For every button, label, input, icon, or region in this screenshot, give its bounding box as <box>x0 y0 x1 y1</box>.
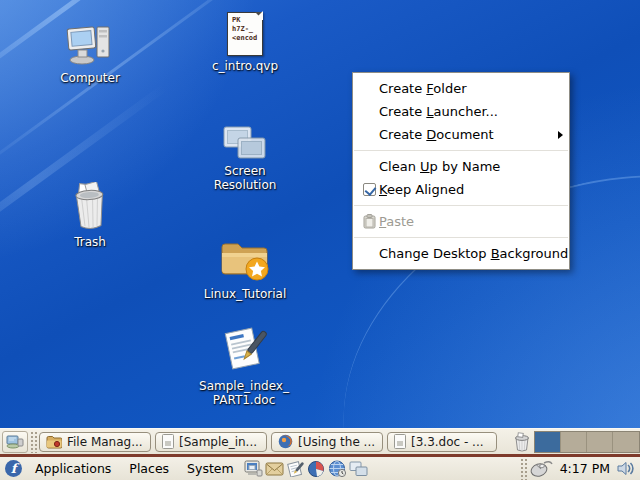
menu-item-change-desktop-background[interactable]: Change Desktop Background <box>353 242 569 265</box>
desktop-icon-linux-tutorial[interactable]: Linux_Tutorial <box>196 238 294 301</box>
menu-item-label: Keep Aligned <box>379 182 464 197</box>
desktop-icon-sample-index-doc[interactable]: Sample_index_PART1.doc <box>188 326 300 407</box>
workspace-cell-active[interactable] <box>535 432 561 452</box>
windows-launcher-icon[interactable] <box>348 459 369 479</box>
label-pre: Create <box>379 104 426 119</box>
label-line1: Sample_index_ <box>199 379 289 393</box>
taskbar-window-browser[interactable]: [Using the ... <box>271 432 383 452</box>
label-post: auncher... <box>434 104 498 119</box>
taskbar-window-file-manager[interactable]: File Manag... <box>39 432 151 452</box>
trash-applet[interactable] <box>511 432 532 452</box>
writer-launcher-icon[interactable] <box>285 459 306 479</box>
screenshot-launcher-icon[interactable] <box>243 459 264 479</box>
clock-applet[interactable]: 4:17 PM <box>560 461 610 476</box>
label-pre: Change Desktop <box>379 246 491 261</box>
folder-icon <box>46 435 62 449</box>
label-accel: D <box>426 127 436 142</box>
applications-menu[interactable]: Applications <box>26 457 120 480</box>
clipboard-icon <box>360 214 379 229</box>
menu-item-label: Create Folder <box>379 81 467 96</box>
menu-item-label: Paste <box>379 214 414 229</box>
label-pre: Create <box>379 127 426 142</box>
label-post: older <box>433 81 466 96</box>
desktop-context-menu: Create Folder Create Launcher... Create … <box>352 72 570 270</box>
desktop-icon-label: Trash <box>74 235 106 249</box>
taskbar-window-label: [3.3.doc - ... <box>411 435 484 449</box>
menu-item-create-document[interactable]: Create Document <box>353 123 569 146</box>
desktop-icon-label: c_intro.qvp <box>212 59 278 73</box>
system-menu[interactable]: System <box>178 457 243 480</box>
menu-item-label: Clean Up by Name <box>379 159 500 174</box>
workspace-cell[interactable] <box>587 432 613 452</box>
document-pen-icon <box>220 326 268 376</box>
label-line2: PART1.doc <box>213 393 275 407</box>
desktop-icon-computer[interactable]: Computer <box>48 22 132 85</box>
desktop-icon-label: Sample_index_PART1.doc <box>199 379 289 407</box>
label-pre: Create <box>379 81 426 96</box>
workspace-cell[interactable] <box>613 432 639 452</box>
desktop-icon-trash[interactable]: Trash <box>50 182 130 249</box>
taskbar-window-label: [Using the ... <box>298 435 375 449</box>
dual-screens-icon <box>223 126 267 161</box>
firefox-icon <box>278 434 293 449</box>
label-accel: U <box>420 159 430 174</box>
desktop-background[interactable]: Computer PK h7Z-_ <encod c_intro.qvp <box>0 0 640 428</box>
menu-item-label: Create Document <box>379 127 494 142</box>
label-post: ocument <box>436 127 493 142</box>
workspace-switcher[interactable] <box>534 431 640 453</box>
mouse-status-icon[interactable] <box>529 459 555 479</box>
submenu-arrow-icon <box>558 131 563 139</box>
menu-item-label: Change Desktop Background <box>379 246 568 261</box>
label-post: eep Aligned <box>387 182 464 197</box>
trash-icon <box>69 182 111 232</box>
menu-item-label: Create Launcher... <box>379 104 498 119</box>
label-pre: Clean <box>379 159 420 174</box>
page-fold-icon <box>255 12 263 20</box>
computer-icon <box>66 22 114 68</box>
menu-separator <box>354 150 568 151</box>
chart-launcher-icon[interactable] <box>306 459 327 479</box>
menu-panel: f Applications Places System <box>0 457 640 480</box>
label-accel: L <box>426 104 433 119</box>
panel-drag-handle[interactable] <box>520 458 527 480</box>
show-desktop-button[interactable] <box>2 431 28 453</box>
menu-item-create-launcher[interactable]: Create Launcher... <box>353 100 569 123</box>
label-post: ackground <box>500 246 569 261</box>
desktop-icon-screen-resolution[interactable]: Screen Resolution <box>192 126 298 192</box>
desktop-screen: Computer PK h7Z-_ <encod c_intro.qvp <box>0 0 640 480</box>
desktop-icon-label: Computer <box>60 71 120 85</box>
fedora-logo-icon[interactable]: f <box>5 460 22 477</box>
menu-item-clean-up-by-name[interactable]: Clean Up by Name <box>353 155 569 178</box>
archive-document-icon: PK h7Z-_ <encod <box>227 12 263 56</box>
show-desktop-icon <box>6 434 24 449</box>
doc-preview-line: <encod <box>232 34 262 43</box>
menu-item-keep-aligned[interactable]: Keep Aligned <box>353 178 569 201</box>
folder-star-icon <box>218 238 272 284</box>
taskbar-window-sample-doc[interactable]: [Sample_in... <box>155 432 267 452</box>
label-accel: K <box>379 182 387 197</box>
taskbar-window-label: [Sample_in... <box>179 435 257 449</box>
workspace-cell[interactable] <box>561 432 587 452</box>
document-icon <box>162 434 174 449</box>
taskbar-window-33doc[interactable]: [3.3.doc - ... <box>387 432 497 452</box>
email-launcher-icon[interactable] <box>264 459 285 479</box>
menu-separator <box>354 205 568 206</box>
menu-gutter <box>360 183 379 196</box>
places-menu[interactable]: Places <box>120 457 178 480</box>
menu-separator <box>354 237 568 238</box>
menu-item-create-folder[interactable]: Create Folder <box>353 77 569 100</box>
taskbar-window-label: File Manag... <box>67 435 143 449</box>
desktop-icon-label: Linux_Tutorial <box>204 287 286 301</box>
window-list-panel: File Manag... [Sample_in... [Using the .… <box>0 428 640 454</box>
label-post: aste <box>386 214 414 229</box>
desktop-icon-c-intro[interactable]: PK h7Z-_ <encod c_intro.qvp <box>201 12 289 73</box>
label-post: p by Name <box>430 159 501 174</box>
menu-item-paste: Paste <box>353 210 569 233</box>
panel-drag-handle[interactable] <box>30 431 37 453</box>
desktop-icon-label: Screen Resolution <box>192 164 298 192</box>
checkbox-checked-icon <box>363 183 376 196</box>
doc-preview-line: h7Z-_ <box>232 25 262 34</box>
browser-launcher-icon[interactable] <box>327 459 348 479</box>
document-icon <box>394 434 406 449</box>
volume-icon[interactable] <box>615 459 636 479</box>
